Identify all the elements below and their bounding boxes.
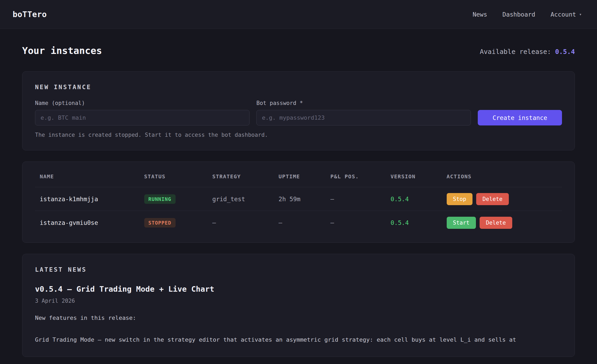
page-title: Your instances	[22, 45, 102, 56]
news-body-text: Grid Trading Mode — new switch in the st…	[35, 335, 562, 345]
password-field-group: Bot password *	[256, 100, 471, 125]
status-badge: STOPPED	[144, 218, 176, 228]
create-instance-button[interactable]: Create instance	[478, 110, 562, 125]
password-field-label: Bot password *	[256, 100, 471, 106]
nav-item-dashboard[interactable]: Dashboard	[503, 11, 535, 18]
instance-name: istanza-gvmiu0se	[40, 219, 144, 226]
delete-button[interactable]: Delete	[480, 217, 512, 229]
news-post-date: 3 April 2026	[35, 298, 562, 304]
instances-table-card: NAME STATUS STRATEGY UPTIME P&L POS. VER…	[22, 161, 575, 243]
status-cell: RUNNING	[144, 194, 212, 204]
actions-cell: Start Delete	[447, 217, 562, 229]
column-header-uptime: UPTIME	[278, 173, 330, 180]
name-field-label: Name (optional)	[35, 100, 250, 106]
new-instance-form: Name (optional) Bot password * Create in…	[35, 100, 562, 125]
available-release-label: Available release:	[480, 48, 551, 55]
table-row: istanza-gvmiu0se STOPPED – – – 0.5.4 Sta…	[35, 211, 562, 235]
new-instance-card: NEW INSTANCE Name (optional) Bot passwor…	[22, 71, 575, 150]
nav-menu: News Dashboard Account ▾	[472, 11, 582, 18]
nav-item-account[interactable]: Account ▾	[550, 11, 582, 18]
new-instance-heading: NEW INSTANCE	[35, 84, 562, 90]
column-header-name: NAME	[40, 173, 144, 180]
strategy-cell: grid_test	[212, 196, 279, 203]
nav-item-news[interactable]: News	[472, 11, 487, 18]
pnl-cell: –	[330, 219, 391, 226]
delete-button[interactable]: Delete	[476, 193, 509, 205]
news-intro-text: New features in this release:	[35, 315, 562, 321]
page-header: Your instances Available release: 0.5.4	[22, 45, 575, 56]
instance-name: istanza-k1mhmjja	[40, 196, 144, 203]
brand-logo[interactable]: boTTero	[13, 10, 47, 19]
uptime-cell: –	[278, 219, 330, 226]
latest-news-card: LATEST NEWS v0.5.4 — Grid Trading Mode +…	[22, 254, 575, 357]
actions-cell: Stop Delete	[447, 193, 562, 205]
column-header-status: STATUS	[144, 173, 212, 180]
latest-news-heading: LATEST NEWS	[35, 266, 562, 273]
column-header-pnl: P&L POS.	[330, 173, 391, 180]
available-release: Available release: 0.5.4	[480, 48, 575, 55]
column-header-version: VERSION	[391, 173, 447, 180]
table-row: istanza-k1mhmjja RUNNING grid_test 2h 59…	[35, 187, 562, 211]
chevron-down-icon: ▾	[579, 12, 582, 17]
version-cell: 0.5.4	[391, 196, 447, 203]
news-post-title: v0.5.4 — Grid Trading Mode + Live Chart	[35, 285, 562, 294]
strategy-cell: –	[212, 219, 279, 226]
instances-table-header: NAME STATUS STRATEGY UPTIME P&L POS. VER…	[35, 173, 562, 187]
status-cell: STOPPED	[144, 218, 212, 228]
column-header-actions: ACTIONS	[447, 173, 562, 180]
top-navbar: boTTero News Dashboard Account ▾	[0, 0, 597, 29]
pnl-cell: –	[330, 196, 391, 203]
status-badge: RUNNING	[144, 194, 176, 204]
instance-name-input[interactable]	[35, 110, 250, 125]
uptime-cell: 2h 59m	[278, 196, 330, 203]
available-release-version: 0.5.4	[555, 48, 575, 55]
main-content: Your instances Available release: 0.5.4 …	[0, 45, 597, 357]
nav-item-account-label: Account	[550, 11, 576, 18]
start-button[interactable]: Start	[447, 217, 476, 229]
column-header-strategy: STRATEGY	[212, 173, 279, 180]
version-cell: 0.5.4	[391, 219, 447, 226]
stop-button[interactable]: Stop	[447, 193, 473, 205]
bot-password-input[interactable]	[256, 110, 471, 125]
new-instance-helper-text: The instance is created stopped. Start i…	[35, 132, 562, 138]
name-field-group: Name (optional)	[35, 100, 250, 125]
